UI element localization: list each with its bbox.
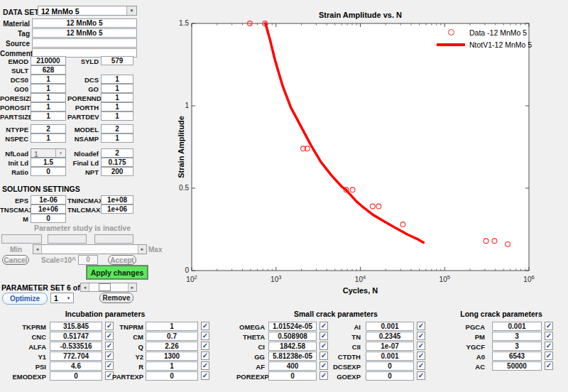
ygcf-input[interactable]: 3 [492, 342, 542, 351]
ctdth-input[interactable]: 0.001 [366, 352, 414, 361]
parameter-study-slider[interactable]: ◄► [33, 244, 147, 254]
init-ld-input[interactable]: 1.5 [31, 158, 66, 167]
partexp-checkbox[interactable]: ✓ [201, 371, 209, 380]
dcs0-input[interactable]: 1 [31, 75, 66, 84]
emodexp-input[interactable]: 0 [50, 371, 102, 381]
slider-right-arrow-icon[interactable]: ► [138, 245, 146, 254]
slider-left-arrow-icon[interactable]: ◄ [81, 283, 89, 291]
ci-input[interactable]: 1842.58 [268, 342, 317, 351]
nspec-input[interactable]: 1 [31, 134, 66, 143]
ac-checkbox[interactable]: ✓ [545, 361, 553, 370]
ac-input[interactable]: 50000 [492, 361, 542, 371]
slider-track[interactable] [89, 283, 128, 291]
tnscmax-input[interactable]: 1e+06 [31, 205, 66, 214]
a0-checkbox[interactable]: ✓ [545, 352, 553, 360]
parameter-set-spinner[interactable]: 1 ▼ [50, 293, 74, 303]
y1-input[interactable]: 772.704 [50, 352, 102, 361]
tn-checkbox[interactable]: ✓ [417, 332, 425, 340]
dcs-input[interactable]: 1 [101, 75, 133, 84]
nloadef-input[interactable]: 2 [101, 148, 133, 158]
parameter-study-field-1[interactable] [1, 234, 42, 244]
npt-input[interactable]: 200 [101, 167, 133, 176]
tnincmax-label: TNINCMAX [67, 197, 99, 205]
a0-input[interactable]: 6543 [492, 352, 542, 361]
porosity-input[interactable]: 1 [31, 102, 66, 111]
nfload-dropdown[interactable]: 1▼ [31, 148, 66, 158]
theta-input[interactable]: 0.508908 [268, 332, 317, 341]
source-input[interactable] [32, 38, 137, 48]
go-input[interactable]: 1 [101, 84, 133, 93]
apply-changes-button[interactable]: Apply changes [87, 266, 148, 279]
pm-input[interactable]: 3 [492, 332, 542, 341]
goexp-input[interactable]: 0 [366, 371, 414, 381]
tnlcmax-input[interactable]: 1e+06 [101, 205, 133, 214]
partdev-input[interactable]: 1 [101, 111, 133, 121]
accept-button[interactable]: Accept [108, 255, 136, 265]
sult-input[interactable]: 628 [31, 65, 66, 75]
psi-input[interactable]: 4.6 [50, 361, 102, 371]
tnincmax-input[interactable]: 1e+08 [101, 195, 133, 205]
af-input[interactable]: 400 [268, 361, 317, 371]
cnc-input[interactable]: 0.51747 [50, 332, 102, 341]
slider-right-arrow-icon[interactable]: ► [128, 283, 136, 291]
ctdth-checkbox[interactable]: ✓ [417, 352, 425, 360]
pgca-checkbox[interactable]: ✓ [545, 322, 553, 330]
model-input[interactable]: 2 [101, 124, 133, 134]
pgca-input[interactable]: 0.001 [492, 322, 542, 331]
spinner-arrow-icon[interactable]: ▼ [64, 293, 73, 303]
pm-checkbox[interactable]: ✓ [545, 332, 553, 340]
partexp-input[interactable]: 0 [146, 371, 198, 381]
alfa-input[interactable]: -0.533516 [50, 342, 102, 351]
cm-checkbox[interactable]: ✓ [201, 332, 209, 340]
remove-button[interactable]: Remove [99, 293, 133, 303]
gg-input[interactable]: 5.81238e-05 [268, 352, 317, 361]
slider-track[interactable] [42, 245, 138, 254]
poresize-input[interactable]: 1 [31, 93, 66, 102]
r-checkbox[interactable]: ✓ [201, 361, 209, 370]
cii-checkbox[interactable]: ✓ [417, 342, 425, 350]
material-input[interactable]: 12 MnMo 5 [32, 18, 137, 28]
nsamp-input[interactable]: 1 [101, 134, 133, 143]
ntype-input[interactable]: 2 [31, 124, 66, 134]
final-ld-input[interactable]: 0.175 [101, 158, 133, 167]
data-set-dropdown[interactable]: 12 MnMo 5 ▼ [38, 6, 137, 16]
q-checkbox[interactable]: ✓ [201, 342, 209, 350]
m-input[interactable]: 0 [31, 214, 66, 223]
go0-input[interactable]: 1 [31, 84, 66, 93]
partsize-input[interactable]: 1 [31, 111, 66, 121]
dcsexp-checkbox[interactable]: ✓ [417, 361, 425, 370]
dropdown-arrow-icon[interactable]: ▼ [126, 6, 136, 15]
ai-checkbox[interactable]: ✓ [417, 322, 425, 330]
ai-input[interactable]: 0.001 [366, 322, 414, 331]
tkprm-input[interactable]: 315.845 [50, 322, 102, 331]
cm-input[interactable]: 0.7 [146, 332, 198, 341]
ratio-input[interactable]: 0 [31, 167, 66, 176]
tnprm-input[interactable]: 1 [146, 322, 198, 331]
omega-input[interactable]: 1.01524e-05 [268, 322, 317, 331]
poreexp-input[interactable]: 0 [268, 371, 317, 381]
tn-input[interactable]: 0.2345 [366, 332, 414, 341]
syld-input[interactable]: 579 [101, 56, 133, 65]
eps-input[interactable]: 1e-06 [31, 195, 66, 205]
ygcf-checkbox[interactable]: ✓ [545, 342, 553, 350]
q-input[interactable]: 2.26 [146, 342, 198, 351]
cii-input[interactable]: 1e-07 [366, 342, 414, 351]
optimize-button[interactable]: Optimize [2, 293, 48, 305]
y2-input[interactable]: 1300 [146, 352, 198, 361]
porth-input[interactable]: 1 [101, 102, 133, 111]
emod-input[interactable]: 210000 [31, 56, 66, 65]
parameter-study-field-3[interactable] [94, 234, 133, 244]
slider-left-arrow-icon[interactable]: ◄ [33, 245, 42, 254]
goexp-checkbox[interactable]: ✓ [417, 371, 425, 380]
y2-checkbox[interactable]: ✓ [201, 352, 209, 360]
parameter-set-slider[interactable]: ◄► [80, 283, 137, 292]
porennd-input[interactable]: 1 [101, 93, 133, 102]
parameter-study-field-2[interactable] [48, 234, 87, 244]
scale-input[interactable]: 0 [78, 255, 98, 265]
dcsexp-input[interactable]: 0 [366, 361, 414, 371]
tnprm-checkbox[interactable]: ✓ [201, 322, 209, 330]
tag-input[interactable]: 12 MnMo 5 [32, 28, 137, 38]
cancel-button[interactable]: Cancel [2, 255, 29, 265]
slider-thumb[interactable] [99, 283, 111, 291]
r-input[interactable]: 1 [146, 361, 198, 371]
